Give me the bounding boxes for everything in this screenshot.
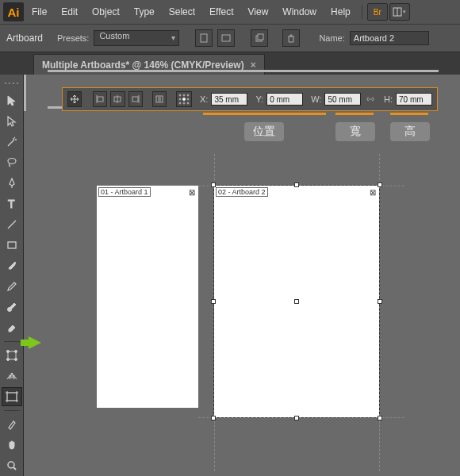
perspective-grid-tool[interactable] (2, 367, 21, 385)
w-input[interactable] (324, 93, 361, 106)
rectangle-tool[interactable] (2, 236, 21, 254)
resize-handle[interactable] (294, 182, 299, 187)
guide-horizontal (198, 417, 404, 418)
svg-point-44 (183, 102, 185, 104)
annotation-position: 位置 (244, 122, 284, 141)
center-handle[interactable] (294, 299, 299, 304)
direct-selection-tool[interactable] (2, 113, 21, 130)
blob-brush-tool[interactable] (2, 298, 21, 316)
resize-handle[interactable] (378, 416, 382, 420)
w-label: W: (311, 94, 321, 104)
artboard-tool[interactable] (2, 388, 21, 405)
svg-rect-32 (132, 97, 138, 102)
main-area: T X: Y: (0, 75, 460, 476)
resize-handle[interactable] (211, 416, 216, 420)
selection-tool[interactable] (2, 92, 21, 109)
arrange-documents-button[interactable]: ▾ (389, 3, 410, 21)
resize-handle[interactable] (294, 416, 299, 420)
magic-wand-tool[interactable] (2, 133, 21, 151)
artboard-label: 01 - Artboard 1 (98, 187, 151, 197)
artboard-close-icon[interactable]: ⊠ (188, 188, 196, 196)
menu-help[interactable]: Help (324, 3, 357, 21)
annotation-guide (24, 75, 26, 111)
annotation-arrow-icon (29, 336, 41, 349)
menu-type[interactable]: Type (128, 3, 161, 21)
menu-effect[interactable]: Effect (203, 3, 240, 21)
new-artboard-button[interactable] (251, 29, 268, 47)
svg-point-25 (8, 462, 14, 468)
svg-point-12 (6, 351, 9, 353)
menu-bar: Ai File Edit Object Type Select Effect V… (0, 0, 460, 24)
svg-line-26 (13, 467, 16, 470)
annotation-guide (48, 70, 439, 72)
svg-text:T: T (8, 198, 15, 210)
annotation-underline (390, 113, 428, 115)
svg-rect-16 (7, 393, 17, 401)
svg-rect-2 (201, 34, 207, 42)
type-tool[interactable]: T (2, 195, 21, 213)
tool-separator (4, 410, 20, 411)
panel-grip[interactable] (4, 83, 20, 86)
orientation-portrait-button[interactable] (195, 29, 213, 47)
menu-object[interactable]: Object (86, 3, 126, 21)
pen-tool[interactable] (2, 175, 21, 192)
svg-rect-9 (8, 242, 16, 248)
resize-handle[interactable] (211, 182, 216, 187)
paintbrush-tool[interactable] (2, 257, 21, 274)
x-input[interactable] (211, 93, 247, 106)
align-right-button[interactable] (128, 91, 143, 107)
resize-handle[interactable] (378, 299, 382, 304)
tool-name-label: Artboard (6, 33, 52, 44)
artboard-1[interactable]: 01 - Artboard 1 ⊠ (97, 186, 198, 408)
artboard-options-button[interactable] (152, 91, 167, 107)
reference-point-selector[interactable] (176, 91, 192, 107)
x-label: X: (200, 94, 208, 104)
annotation-height: 高 (390, 122, 430, 141)
lasso-tool[interactable] (2, 154, 21, 171)
h-label: H: (384, 94, 393, 104)
menu-view[interactable]: View (242, 3, 275, 21)
svg-rect-28 (98, 97, 103, 102)
delete-artboard-button[interactable] (282, 29, 300, 47)
menu-file[interactable]: File (25, 3, 53, 21)
svg-point-6 (8, 159, 16, 164)
presets-dropdown[interactable]: Custom (94, 30, 179, 46)
slice-tool[interactable] (2, 416, 21, 433)
menu-window[interactable]: Window (276, 3, 323, 21)
close-tab-icon[interactable]: × (251, 60, 256, 71)
zoom-tool[interactable] (2, 457, 21, 474)
svg-point-41 (182, 98, 185, 101)
eraser-tool[interactable] (2, 319, 21, 336)
guide-vertical (379, 154, 380, 471)
menu-edit[interactable]: Edit (55, 3, 84, 21)
resize-handle[interactable] (378, 182, 382, 187)
annotation-width: 寬 (335, 122, 375, 141)
free-transform-tool[interactable] (2, 347, 21, 364)
svg-point-38 (183, 94, 185, 96)
artboard-name-input[interactable] (350, 31, 429, 45)
canvas[interactable]: X: Y: W: H: 位置 寬 高 01 - Artboard 1 ⊠ (24, 75, 460, 476)
link-dimensions-icon[interactable] (364, 93, 376, 106)
orientation-landscape-button[interactable] (217, 29, 235, 47)
y-input[interactable] (266, 93, 303, 106)
align-center-button[interactable] (110, 91, 125, 107)
move-with-artboard-button[interactable] (67, 91, 82, 107)
tool-separator (4, 341, 20, 342)
line-tool[interactable] (2, 216, 21, 233)
svg-line-8 (8, 221, 16, 228)
svg-rect-3 (222, 35, 230, 41)
svg-point-14 (6, 359, 9, 361)
menu-select[interactable]: Select (163, 3, 201, 21)
pencil-tool[interactable] (2, 278, 21, 295)
svg-point-42 (187, 98, 189, 100)
h-input[interactable] (396, 93, 432, 106)
svg-point-10 (7, 308, 11, 312)
bridge-button[interactable]: Br (367, 3, 388, 21)
svg-point-39 (187, 94, 189, 96)
name-label: Name: (319, 33, 344, 43)
presets-label: Presets: (57, 33, 89, 43)
svg-point-45 (187, 102, 189, 104)
align-left-button[interactable] (93, 91, 107, 107)
resize-handle[interactable] (211, 299, 216, 304)
hand-tool[interactable] (2, 436, 21, 454)
